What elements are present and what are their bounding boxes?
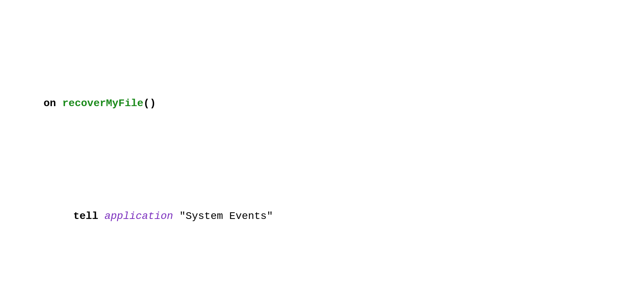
line-3: set frontmost of process "Finder" to tru… — [19, 305, 625, 308]
parens: () — [143, 98, 156, 109]
kw-on: on — [43, 98, 56, 109]
kw-tell: tell — [73, 210, 98, 222]
line-1: on recoverMyFile() — [19, 79, 625, 128]
code-block: on recoverMyFile() tell application "Sys… — [19, 15, 625, 308]
str-system-events: "System Events" — [179, 210, 273, 222]
line-2: tell application "System Events" — [19, 192, 625, 240]
kw-application: application — [104, 210, 173, 222]
fn-name: recoverMyFile — [62, 98, 143, 109]
